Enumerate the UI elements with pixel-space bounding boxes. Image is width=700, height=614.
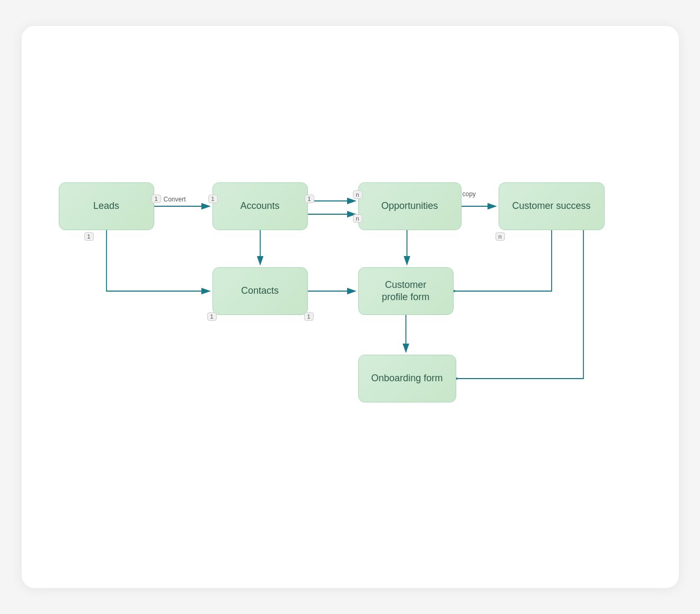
node-contacts[interactable]: Contacts <box>212 267 308 315</box>
diagram-canvas: Leads Accounts Opportunities Customer su… <box>22 26 679 588</box>
badge-contacts-left: 1 <box>207 312 217 321</box>
arrows-svg <box>22 26 679 588</box>
node-customer-profile-form[interactable]: Customer profile form <box>358 267 454 315</box>
node-accounts[interactable]: Accounts <box>212 182 308 230</box>
node-leads[interactable]: Leads <box>59 182 154 230</box>
badge-cs-bottom: n <box>495 232 505 241</box>
node-customer-success[interactable]: Customer success <box>499 182 605 230</box>
badge-opp-left-bot: n <box>353 214 362 223</box>
badge-leads-right: 1 <box>152 195 161 203</box>
badge-opp-left-top: n <box>353 190 362 199</box>
edge-label-convert: Convert <box>164 196 186 203</box>
node-onboarding-form[interactable]: Onboarding form <box>358 355 456 402</box>
edge-label-copy: copy <box>463 190 476 198</box>
badge-contacts-right: 1 <box>304 312 314 321</box>
badge-leads-bottom: 1 <box>84 232 94 241</box>
badge-accounts-left: 1 <box>208 195 218 203</box>
node-opportunities[interactable]: Opportunities <box>358 182 462 230</box>
badge-accounts-right: 1 <box>305 195 314 203</box>
